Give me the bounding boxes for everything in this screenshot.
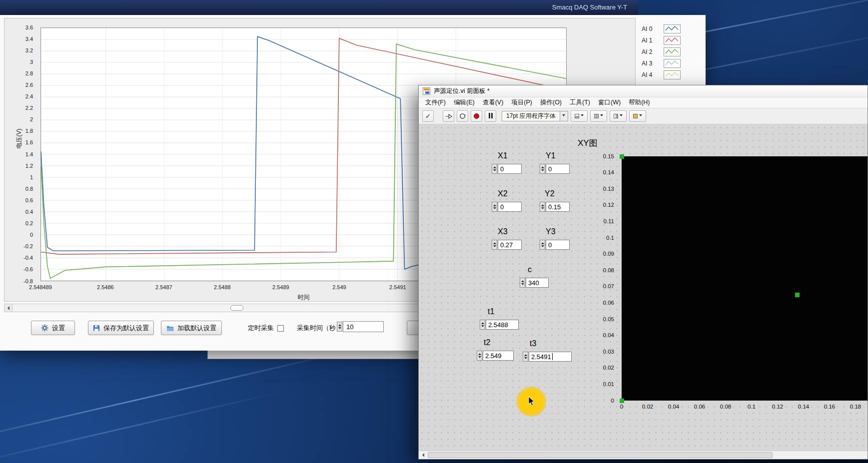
y-tick-label: -0.6 [4, 266, 37, 273]
timed-acquisition-checkbox[interactable] [277, 325, 284, 332]
control-t1-input[interactable]: 2.5488 [486, 320, 519, 330]
reorder-dropdown[interactable] [629, 110, 646, 122]
reorder-icon [633, 114, 638, 118]
control-X1-stepper[interactable] [492, 164, 497, 174]
load-default-settings-button[interactable]: 加载默认设置 [161, 321, 222, 335]
control-t3-input[interactable]: 2.5491 [529, 352, 572, 362]
control-c-stepper[interactable] [520, 278, 525, 288]
resize-objects-icon [614, 114, 618, 118]
legend-item[interactable]: AI 3 [642, 57, 681, 69]
legend-item[interactable]: AI 4 [642, 69, 681, 80]
labview-scrollbar-thumb[interactable] [428, 452, 773, 458]
control-X2-stepper[interactable] [492, 202, 497, 212]
labview-titlebar[interactable]: 声源定位.vi 前面板 * [419, 85, 868, 97]
control-c-input[interactable]: 340 [526, 278, 549, 288]
acquisition-time-stepper[interactable] [337, 322, 342, 332]
font-selector[interactable]: 17pt 应用程序字体 [502, 111, 568, 121]
daq-titlebar[interactable]: Smacq DAQ Software Y-T [0, 0, 638, 15]
data-point-marker [620, 399, 624, 403]
control-Y3-stepper[interactable] [540, 240, 545, 250]
legend-waveform-icon [664, 36, 681, 45]
control-t1-stepper[interactable] [480, 320, 485, 330]
y-tick-label: 1.6 [4, 139, 37, 146]
control-Y1-stepper[interactable] [540, 164, 545, 174]
menu-item[interactable]: 项目(P) [507, 97, 536, 108]
x-tick-label: 0.04 [668, 404, 679, 410]
x-tick-label: 2.548489 [29, 284, 52, 290]
labview-hscrollbar[interactable] [419, 451, 868, 459]
distribute-objects-dropdown[interactable] [590, 110, 607, 122]
control-Y2: 0.15 [540, 202, 570, 212]
run-button[interactable] [443, 110, 454, 122]
menu-item[interactable]: 文件(F) [421, 97, 450, 108]
align-objects-dropdown[interactable] [571, 110, 588, 122]
menu-item[interactable]: 帮助(H) [625, 97, 654, 108]
abort-button[interactable] [471, 110, 482, 122]
labview-menubar: 文件(F)编辑(E)查看(V)项目(P)操作(O)工具(T)窗口(W)帮助(H) [419, 97, 868, 108]
x-tick-label: 2.549 [332, 284, 346, 290]
save-default-settings-button[interactable]: 保存为默认设置 [88, 321, 154, 335]
control-t3-stepper[interactable] [523, 352, 528, 362]
control-c-label: c [528, 265, 532, 274]
font-selector-value: 17pt 应用程序字体 [502, 112, 560, 120]
scrollbar-thumb[interactable] [230, 305, 243, 311]
x-tick-label: 0.14 [798, 404, 809, 410]
control-Y1-input[interactable]: 0 [546, 164, 570, 174]
control-t2-input[interactable]: 2.549 [483, 351, 514, 361]
control-t2-label: t2 [484, 338, 490, 347]
pause-button[interactable] [485, 110, 496, 122]
control-Y3-input[interactable]: 0 [546, 240, 570, 250]
resize-objects-dropdown[interactable] [610, 110, 627, 122]
y-tick-label: 2.6 [4, 82, 37, 88]
check-button[interactable]: ✓ [422, 110, 434, 122]
control-t1-label: t1 [488, 307, 494, 316]
y-tick-label: 0.14 [581, 169, 617, 176]
control-X3-stepper[interactable] [492, 240, 497, 250]
font-selector-dropdown[interactable] [560, 111, 568, 121]
legend-item[interactable]: AI 2 [642, 46, 681, 57]
y-tick-label: 0.06 [581, 300, 617, 306]
menu-item[interactable]: 工具(T) [566, 97, 594, 108]
x-tick-label: 2.5491 [389, 284, 406, 290]
menu-item[interactable]: 编辑(E) [450, 97, 479, 108]
control-c: 340 [520, 278, 549, 288]
legend-waveform-icon [664, 24, 681, 33]
text-caret [552, 353, 553, 360]
control-X2: 0 [492, 202, 522, 212]
y-tick-label: 2.8 [4, 70, 37, 77]
front-panel: X1 0 Y1 0 X2 0 Y2 0.15 X3 [419, 124, 868, 451]
control-t3: 2.5491 [523, 352, 572, 362]
acquisition-time-input[interactable]: 10 [343, 321, 384, 332]
y-tick-label: 0.15 [581, 153, 617, 160]
chart-legend: AI 0AI 1AI 2AI 3AI 4 [642, 23, 681, 80]
legend-item[interactable]: AI 1 [642, 34, 681, 46]
yt-y-tick-labels: 3.63.43.232.82.62.42.221.81.61.41.210.80… [4, 18, 37, 301]
settings-button[interactable]: 设置 [31, 321, 75, 335]
chevron-down-icon [581, 114, 584, 118]
daq-window-title: Smacq DAQ Software Y-T [552, 3, 627, 11]
menu-item[interactable]: 查看(V) [479, 97, 508, 108]
scroll-left-button[interactable] [4, 304, 12, 312]
control-X2-input[interactable]: 0 [498, 202, 522, 212]
data-point-marker [620, 154, 624, 159]
control-t2-stepper[interactable] [477, 351, 482, 361]
control-Y2-stepper[interactable] [540, 202, 545, 212]
menu-item[interactable]: 窗口(W) [594, 97, 625, 108]
control-X3-input[interactable]: 0.27 [498, 240, 522, 250]
xy-plot[interactable] [622, 156, 868, 401]
control-X3-label: X3 [498, 227, 508, 236]
chevron-down-icon [600, 114, 603, 118]
menu-item[interactable]: 操作(O) [536, 97, 566, 108]
y-tick-label: 0.2 [4, 220, 37, 227]
y-tick-label: 0.4 [4, 209, 37, 215]
background-window-edge [207, 350, 419, 359]
x-tick-label: 2.5489 [272, 284, 289, 290]
control-X2-label: X2 [498, 189, 508, 198]
desktop: Smacq DAQ Software Y-T 电压(V) 3.63.43.232… [0, 0, 868, 463]
floppy-icon [93, 325, 100, 332]
control-Y2-input[interactable]: 0.15 [546, 202, 570, 212]
control-X1-input[interactable]: 0 [498, 164, 522, 174]
run-continuous-button[interactable] [457, 110, 468, 122]
control-Y2-label: Y2 [545, 189, 555, 198]
legend-item[interactable]: AI 0 [642, 23, 681, 34]
